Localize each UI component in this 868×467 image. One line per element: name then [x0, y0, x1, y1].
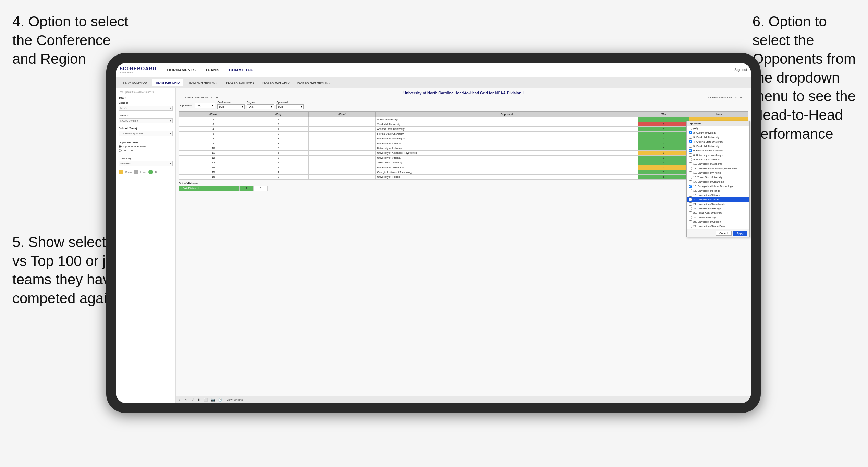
- gender-section: Gender Men's▾: [119, 101, 173, 111]
- dropdown-checkbox[interactable]: [689, 136, 692, 139]
- opponent-view-section: Opponent View Opponents Played Top 100: [119, 141, 173, 152]
- gender-select[interactable]: Men's▾: [119, 106, 173, 111]
- tab-player-h2h-grid[interactable]: PLAYER H2H GRID: [258, 79, 293, 86]
- division-record: Division Record: 88 - 17 - 0: [708, 96, 742, 99]
- dropdown-checkbox[interactable]: [689, 194, 692, 197]
- main-content: Last Updated: 4/7/2014 16:55:38 Team Gen…: [116, 88, 751, 403]
- dropdown-item[interactable]: 18. University of Illinois: [687, 193, 749, 197]
- pause-button[interactable]: ⏸: [196, 398, 201, 402]
- conference-filter-group: Conference (All)▾: [217, 101, 245, 109]
- region-filter-select[interactable]: (All)▾: [247, 104, 274, 109]
- table-row: 12 3 University of Virginia 1 0: [179, 156, 748, 160]
- dropdown-checkbox[interactable]: [689, 145, 692, 148]
- tab-team-summary[interactable]: TEAM SUMMARY: [119, 79, 151, 86]
- dropdown-item[interactable]: 23. Texas A&M University: [687, 211, 749, 215]
- table-row: 15 4 Georgia Institute of Technology 5 0: [179, 170, 748, 175]
- radio-opponents-played[interactable]: Opponents Played: [119, 145, 173, 148]
- dropdown-checkbox[interactable]: [689, 153, 692, 157]
- dropdown-item[interactable]: 15. Georgia Institute of Technology: [687, 184, 749, 188]
- dropdown-item[interactable]: 3. Vanderbilt University: [687, 135, 749, 139]
- nav-tournaments[interactable]: TOURNAMENTS: [164, 68, 196, 72]
- dropdown-checkbox[interactable]: [689, 127, 692, 130]
- dropdown-checkbox[interactable]: [689, 176, 692, 179]
- dropdown-header: Opponent: [687, 121, 749, 126]
- dropdown-checkbox[interactable]: [689, 149, 692, 152]
- copy-button[interactable]: ⬜: [203, 398, 209, 402]
- dropdown-item[interactable]: 6. Florida State University: [687, 148, 749, 153]
- dropdown-checkbox[interactable]: [689, 162, 692, 165]
- dropdown-item[interactable]: 4. Arizona State University: [687, 139, 749, 144]
- overall-record: Overall Record: 89 - 17 - 0: [185, 96, 218, 99]
- division-select[interactable]: NCAA Division I▾: [119, 118, 173, 123]
- tab-team-h2h-heatmap[interactable]: TEAM H2H HEATMAP: [184, 79, 222, 86]
- dropdown-checkbox[interactable]: [689, 202, 692, 206]
- dropdown-item[interactable]: 14. University of Oklahoma: [687, 180, 749, 184]
- dropdown-item[interactable]: 16. University of Florida: [687, 188, 749, 193]
- dropdown-item[interactable]: 21. University of New Mexico: [687, 202, 749, 206]
- dropdown-item[interactable]: 24. Duke University: [687, 215, 749, 220]
- apply-button[interactable]: Apply: [733, 231, 747, 236]
- nav-teams[interactable]: TEAMS: [205, 68, 219, 72]
- dropdown-item[interactable]: 13. Texas Tech University: [687, 175, 749, 180]
- table-row: 10 5 University of Alabama 3 0: [179, 146, 748, 151]
- col-opponent: Opponent: [375, 112, 638, 117]
- region-filter-group: Region (All)▾: [247, 101, 274, 109]
- color-level: [134, 170, 138, 174]
- colour-by-select[interactable]: Win/loss▾: [119, 161, 173, 166]
- opponent-filter-select[interactable]: (All)▾: [276, 104, 304, 109]
- opponents-filter-select[interactable]: (All)▾: [195, 103, 215, 108]
- dropdown-item[interactable]: 12. University of Virginia: [687, 171, 749, 175]
- dropdown-checkbox[interactable]: [689, 211, 692, 214]
- dropdown-checkbox[interactable]: [689, 220, 692, 223]
- dropdown-item[interactable]: 8. University of Washington: [687, 153, 749, 157]
- undo-button[interactable]: ↩: [178, 398, 183, 402]
- dropdown-checkbox[interactable]: [689, 189, 692, 192]
- dropdown-checkbox[interactable]: [689, 131, 692, 134]
- dropdown-checkbox[interactable]: [689, 207, 692, 210]
- dropdown-checkbox[interactable]: [689, 167, 692, 170]
- dropdown-item[interactable]: 10. University of Alabama: [687, 162, 749, 166]
- grid-title: University of North Carolina Head-to-Hea…: [179, 91, 748, 95]
- tab-player-summary[interactable]: PLAYER SUMMARY: [222, 79, 258, 86]
- col-reg: #Reg: [248, 112, 309, 117]
- radio-opponents-played-indicator: [119, 145, 122, 148]
- dropdown-item[interactable]: 9. University of Arizona: [687, 157, 749, 162]
- nav-committee[interactable]: COMMITTEE: [229, 68, 253, 72]
- reset-button[interactable]: ↺: [190, 398, 195, 402]
- clock-button[interactable]: 🕐: [217, 398, 223, 402]
- out-of-division: Out of division NCAA Division II 1 0: [179, 182, 748, 191]
- opponent-dropdown-popup: Opponent (All)2. Auburn University3. Van…: [686, 121, 750, 237]
- cancel-button[interactable]: Cancel: [716, 231, 732, 236]
- dropdown-checkbox[interactable]: [689, 140, 692, 143]
- filter-row: Opponents: (All)▾ Conference (All)▾ Regi…: [179, 101, 748, 109]
- tab-player-h2h-heatmap[interactable]: PLAYER H2H HEATMAP: [294, 79, 335, 86]
- redo-button[interactable]: ↪: [184, 398, 189, 402]
- school-select[interactable]: 1. University of Nort...▾: [119, 131, 173, 136]
- dropdown-checkbox[interactable]: [689, 185, 692, 188]
- out-division-name: NCAA Division II: [179, 186, 240, 191]
- dropdown-checkbox[interactable]: [689, 216, 692, 219]
- dropdown-item[interactable]: 25. University of Oregon: [687, 220, 749, 224]
- annotation-top-right: 6. Option to select the Opponents from t…: [753, 12, 856, 143]
- dropdown-checkbox[interactable]: [689, 225, 692, 228]
- col-win: Win: [638, 112, 689, 117]
- tab-team-h2h-grid[interactable]: TEAM H2H GRID: [152, 79, 183, 86]
- dropdown-item[interactable]: (All): [687, 126, 749, 131]
- dropdown-item[interactable]: 11. University of Arkansas, Fayetteville: [687, 166, 749, 171]
- dropdown-checkbox[interactable]: [689, 198, 692, 201]
- camera-button[interactable]: 📷: [210, 398, 216, 402]
- dropdown-item[interactable]: 5. Vanderbilt University: [687, 144, 749, 148]
- dropdown-checkbox[interactable]: [689, 171, 692, 174]
- dropdown-item[interactable]: 2. Auburn University: [687, 131, 749, 135]
- dropdown-checkbox[interactable]: [689, 180, 692, 183]
- dropdown-item[interactable]: 22. University of Georgia: [687, 206, 749, 211]
- logo: 5C0REBOARD Powered by ...: [120, 66, 156, 74]
- conference-filter-select[interactable]: (All)▾: [217, 104, 245, 109]
- dropdown-item[interactable]: 20. University of Texas: [687, 197, 749, 202]
- radio-top-100[interactable]: Top 100: [119, 149, 173, 152]
- sign-out[interactable]: | Sign out: [733, 68, 747, 72]
- sub-nav: TEAM SUMMARY TEAM H2H GRID TEAM H2H HEAT…: [116, 77, 751, 88]
- dropdown-item[interactable]: 27. University of Notre Dame: [687, 224, 749, 229]
- out-division-loss: 0: [254, 186, 268, 191]
- dropdown-checkbox[interactable]: [689, 158, 692, 161]
